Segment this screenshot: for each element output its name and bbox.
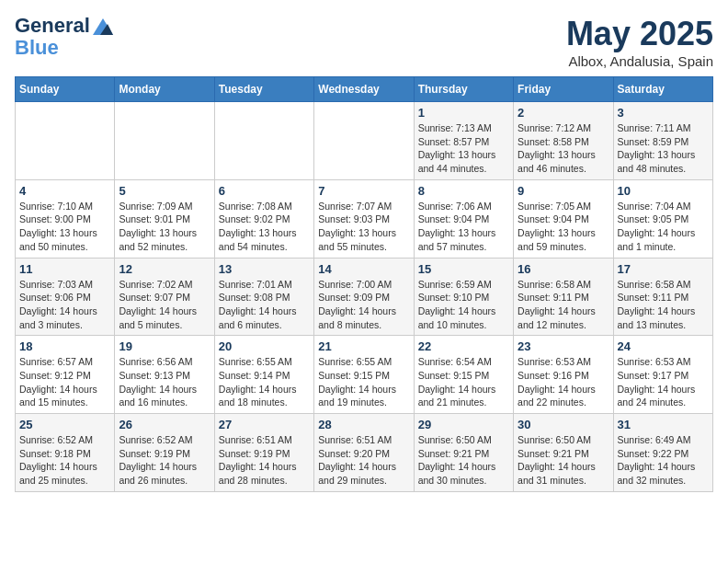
day-number: 28 [318,418,409,431]
day-number: 7 [318,184,409,198]
calendar-cell: 12Sunrise: 7:02 AM Sunset: 9:07 PM Dayli… [115,258,214,336]
calendar-header: SundayMondayTuesdayWednesdayThursdayFrid… [16,77,713,102]
weekday-header: Friday [514,77,613,102]
page-header: General Blue May 2025 Albox, Andalusia, … [15,15,713,69]
day-number: 18 [19,339,110,353]
calendar-cell: 13Sunrise: 7:01 AM Sunset: 9:08 PM Dayli… [214,258,313,336]
calendar-cell: 15Sunrise: 6:59 AM Sunset: 9:10 PM Dayli… [414,258,513,336]
day-number: 31 [618,418,709,431]
day-info: Sunrise: 6:51 AM Sunset: 9:20 PM Dayligh… [318,433,409,488]
day-number: 25 [19,418,110,431]
calendar-cell: 24Sunrise: 6:53 AM Sunset: 9:17 PM Dayli… [613,336,712,414]
day-number: 30 [518,418,609,431]
day-number: 2 [518,106,609,120]
day-number: 15 [418,262,509,276]
day-number: 26 [119,418,210,431]
day-info: Sunrise: 7:05 AM Sunset: 9:04 PM Dayligh… [518,200,609,254]
calendar-cell [115,102,214,180]
day-info: Sunrise: 7:12 AM Sunset: 8:58 PM Dayligh… [518,121,609,176]
day-info: Sunrise: 7:10 AM Sunset: 9:00 PM Dayligh… [19,200,110,254]
calendar-cell: 21Sunrise: 6:55 AM Sunset: 9:15 PM Dayli… [314,336,414,414]
location-subtitle: Albox, Andalusia, Spain [566,53,713,69]
calendar-cell: 19Sunrise: 6:56 AM Sunset: 9:13 PM Dayli… [115,336,214,414]
weekday-header: Sunday [16,77,115,102]
day-info: Sunrise: 6:57 AM Sunset: 9:12 PM Dayligh… [19,355,110,409]
day-number: 4 [19,184,110,198]
day-number: 10 [618,184,709,198]
day-number: 24 [618,339,709,353]
day-number: 13 [219,262,310,276]
calendar-cell: 14Sunrise: 7:00 AM Sunset: 9:09 PM Dayli… [314,258,414,336]
calendar-cell: 28Sunrise: 6:51 AM Sunset: 9:20 PM Dayli… [314,414,414,492]
calendar-cell: 10Sunrise: 7:04 AM Sunset: 9:05 PM Dayli… [613,179,712,258]
day-info: Sunrise: 6:54 AM Sunset: 9:15 PM Dayligh… [418,355,509,409]
month-title: May 2025 [566,15,713,53]
day-info: Sunrise: 6:53 AM Sunset: 9:17 PM Dayligh… [618,355,709,409]
calendar-cell: 22Sunrise: 6:54 AM Sunset: 9:15 PM Dayli… [414,336,513,414]
day-info: Sunrise: 6:56 AM Sunset: 9:13 PM Dayligh… [119,355,210,409]
day-number: 8 [418,184,509,198]
day-info: Sunrise: 6:52 AM Sunset: 9:18 PM Dayligh… [19,433,110,488]
day-number: 21 [318,339,409,353]
day-info: Sunrise: 6:58 AM Sunset: 9:11 PM Dayligh… [518,278,609,332]
day-info: Sunrise: 7:09 AM Sunset: 9:01 PM Dayligh… [119,200,210,254]
calendar-cell: 27Sunrise: 6:51 AM Sunset: 9:19 PM Dayli… [214,414,313,492]
day-number: 11 [19,262,110,276]
day-number: 5 [119,184,210,198]
calendar-cell: 18Sunrise: 6:57 AM Sunset: 9:12 PM Dayli… [16,336,115,414]
day-info: Sunrise: 6:50 AM Sunset: 9:21 PM Dayligh… [518,433,609,488]
day-number: 23 [518,339,609,353]
day-number: 3 [618,106,709,120]
calendar-cell: 4Sunrise: 7:10 AM Sunset: 9:00 PM Daylig… [16,179,115,258]
day-info: Sunrise: 7:07 AM Sunset: 9:03 PM Dayligh… [318,200,409,254]
weekday-header: Thursday [414,77,513,102]
day-info: Sunrise: 6:51 AM Sunset: 9:19 PM Dayligh… [219,433,310,488]
day-number: 1 [418,106,509,120]
calendar-cell: 11Sunrise: 7:03 AM Sunset: 9:06 PM Dayli… [16,258,115,336]
calendar-cell: 8Sunrise: 7:06 AM Sunset: 9:04 PM Daylig… [414,179,513,258]
logo: General Blue [15,15,113,59]
weekday-header: Tuesday [214,77,313,102]
calendar-cell [16,102,115,180]
logo-text: General Blue [15,15,113,59]
day-info: Sunrise: 6:50 AM Sunset: 9:21 PM Dayligh… [418,433,509,488]
calendar-cell: 20Sunrise: 6:55 AM Sunset: 9:14 PM Dayli… [214,336,313,414]
day-info: Sunrise: 6:52 AM Sunset: 9:19 PM Dayligh… [119,433,210,488]
calendar-cell: 30Sunrise: 6:50 AM Sunset: 9:21 PM Dayli… [514,414,613,492]
day-info: Sunrise: 7:01 AM Sunset: 9:08 PM Dayligh… [219,278,310,332]
day-info: Sunrise: 7:13 AM Sunset: 8:57 PM Dayligh… [418,121,509,176]
calendar-cell: 29Sunrise: 6:50 AM Sunset: 9:21 PM Dayli… [414,414,513,492]
day-info: Sunrise: 7:00 AM Sunset: 9:09 PM Dayligh… [318,278,409,332]
day-info: Sunrise: 6:58 AM Sunset: 9:11 PM Dayligh… [618,278,709,332]
calendar-cell: 2Sunrise: 7:12 AM Sunset: 8:58 PM Daylig… [514,102,613,180]
day-number: 12 [119,262,210,276]
calendar-cell: 26Sunrise: 6:52 AM Sunset: 9:19 PM Dayli… [115,414,214,492]
calendar-cell: 7Sunrise: 7:07 AM Sunset: 9:03 PM Daylig… [314,179,414,258]
day-number: 6 [219,184,310,198]
calendar-cell: 16Sunrise: 6:58 AM Sunset: 9:11 PM Dayli… [514,258,613,336]
calendar-cell: 5Sunrise: 7:09 AM Sunset: 9:01 PM Daylig… [115,179,214,258]
day-info: Sunrise: 7:03 AM Sunset: 9:06 PM Dayligh… [19,278,110,332]
day-number: 16 [518,262,609,276]
day-info: Sunrise: 7:11 AM Sunset: 8:59 PM Dayligh… [618,121,709,176]
day-info: Sunrise: 6:55 AM Sunset: 9:14 PM Dayligh… [219,355,310,409]
weekday-header: Wednesday [314,77,414,102]
title-area: May 2025 Albox, Andalusia, Spain [566,15,713,69]
day-info: Sunrise: 7:04 AM Sunset: 9:05 PM Dayligh… [618,200,709,254]
weekday-header: Monday [115,77,214,102]
calendar-cell: 9Sunrise: 7:05 AM Sunset: 9:04 PM Daylig… [514,179,613,258]
day-number: 9 [518,184,609,198]
calendar-cell: 23Sunrise: 6:53 AM Sunset: 9:16 PM Dayli… [514,336,613,414]
day-info: Sunrise: 6:55 AM Sunset: 9:15 PM Dayligh… [318,355,409,409]
day-number: 14 [318,262,409,276]
calendar-cell [314,102,414,180]
day-number: 29 [418,418,509,431]
day-info: Sunrise: 7:06 AM Sunset: 9:04 PM Dayligh… [418,200,509,254]
day-info: Sunrise: 6:49 AM Sunset: 9:22 PM Dayligh… [618,433,709,488]
day-number: 27 [219,418,310,431]
calendar-cell [214,102,313,180]
day-number: 17 [618,262,709,276]
day-number: 22 [418,339,509,353]
calendar-table: SundayMondayTuesdayWednesdayThursdayFrid… [15,76,713,492]
weekday-header: Saturday [613,77,712,102]
